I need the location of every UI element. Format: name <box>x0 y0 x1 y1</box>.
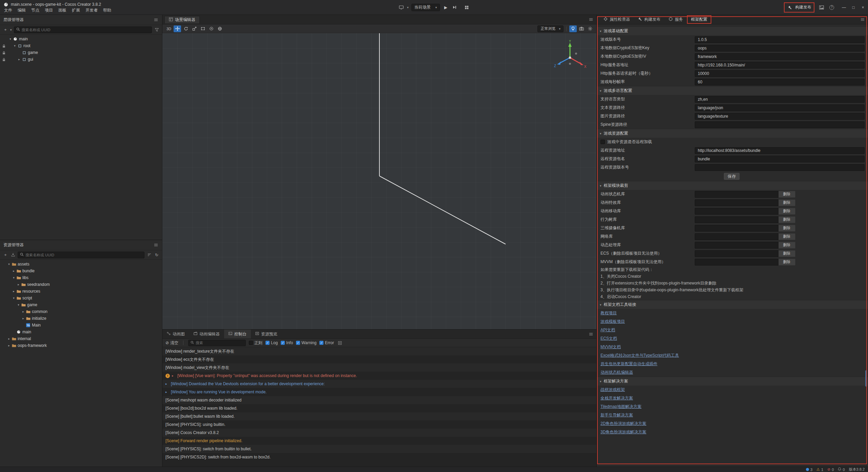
module-value-field[interactable] <box>695 250 778 257</box>
scrollbar-thumb[interactable] <box>865 370 867 387</box>
step-frame-button[interactable] <box>452 4 458 11</box>
log-row-6[interactable]: [Scene] meshopt wasm decoder initialized <box>162 396 596 404</box>
section-header-1[interactable]: ▾游戏多语言配置 <box>597 86 868 95</box>
module-value-field[interactable] <box>695 225 778 232</box>
tree-item-main[interactable]: ▾main <box>0 36 162 42</box>
collapse-log-icon[interactable] <box>337 340 342 346</box>
expand-arrow-icon[interactable]: ▸ <box>172 374 175 377</box>
remote-load-checkbox[interactable]: 游戏中资源是否远程加载 <box>597 138 868 146</box>
tree-item-Main[interactable]: TSMain <box>0 322 162 329</box>
build-publish-button[interactable]: 构建发布 <box>785 3 814 12</box>
menu-item-7[interactable]: 帮助 <box>100 6 114 14</box>
doc-link[interactable]: 新手引导解决方案 <box>600 412 633 418</box>
tree-item-libs[interactable]: ▾libs <box>0 274 162 281</box>
maximize-button[interactable]: □ <box>851 5 856 10</box>
console-search-input[interactable] <box>196 341 243 345</box>
module-value-field[interactable] <box>695 216 778 223</box>
console-tab-0[interactable]: 资源预览 <box>251 330 282 338</box>
console-tab-1[interactable]: 控制台 <box>224 330 251 338</box>
console-tab-2[interactable]: 动画编辑器 <box>189 330 224 338</box>
expand-arrow-icon[interactable]: ▾ <box>16 303 21 307</box>
log-row-12[interactable]: [Scene] [PHYSICS]: switch from builtin t… <box>162 445 596 453</box>
expand-arrow-icon[interactable]: ▾ <box>13 44 17 47</box>
delete-button[interactable]: 删除 <box>778 191 795 198</box>
minimize-button[interactable]: — <box>842 5 846 10</box>
section-header-0[interactable]: ▾游戏基础配置 <box>597 26 868 35</box>
tree-item-script[interactable]: ▾script <box>0 295 162 301</box>
doc-link[interactable]: 游戏模板项目 <box>600 319 625 324</box>
warning-count[interactable]: ⚠ 1 <box>816 467 823 472</box>
delete-button[interactable]: 删除 <box>778 259 795 266</box>
doc-link[interactable]: MVVM文档 <box>600 344 621 350</box>
log-row-11[interactable]: [Scene] Forward render pipeline initiali… <box>162 437 596 445</box>
clear-console-button[interactable]: ⊘ 清空 <box>165 340 178 346</box>
camera-settings-button[interactable] <box>578 25 585 32</box>
expand-arrow-icon[interactable]: ▸ <box>165 382 169 386</box>
import-asset-icon[interactable] <box>10 252 16 258</box>
expand-arrow-icon[interactable]: ▾ <box>8 37 13 41</box>
panel-menu-icon[interactable] <box>153 242 159 248</box>
add-asset-button[interactable]: ＋ <box>3 252 8 258</box>
field-input-Http服务器请求超时（毫秒）[interactable] <box>695 70 865 77</box>
log-row-5[interactable]: ▸[Window] You are running Vue in develop… <box>162 388 596 396</box>
doc-link[interactable]: 全栈开发解决方案 <box>600 395 633 401</box>
section-header-3[interactable]: ▾框架模块裁剪 <box>597 181 868 190</box>
menu-item-1[interactable]: 编辑 <box>15 6 28 14</box>
delete-button[interactable]: 删除 <box>778 208 795 215</box>
filter-log-checkbox[interactable]: ✓Log <box>265 340 278 345</box>
tree-item-initialize[interactable]: ▸initialize <box>0 315 162 322</box>
expand-arrow-icon[interactable]: ▸ <box>12 269 16 273</box>
doc-link[interactable]: 2D角色扮演游戏解决方案 <box>600 421 646 427</box>
inspector-tab-0[interactable]: 属性检查器 <box>600 16 633 23</box>
expand-arrow-icon[interactable]: ▾ <box>12 276 16 279</box>
field-input-Spine资源路径[interactable] <box>695 121 865 128</box>
field-input-图片资源路径[interactable] <box>695 113 865 120</box>
delete-button[interactable]: 删除 <box>778 216 795 223</box>
info-count[interactable]: 3 <box>806 468 812 472</box>
field-input-远程资源地址[interactable] <box>695 147 865 154</box>
delete-button[interactable]: 删除 <box>778 225 795 232</box>
log-row-9[interactable]: [Scene] [PHYSICS]: using builtin. <box>162 420 596 429</box>
expand-arrow-icon[interactable]: ▸ <box>12 290 16 293</box>
log-row-1[interactable]: [Window] ecs文件夹不存在 <box>162 355 596 363</box>
module-value-field[interactable] <box>695 233 778 240</box>
console-tab-3[interactable]: 动画图 <box>162 330 189 338</box>
panel-menu-icon[interactable] <box>860 17 865 23</box>
module-value-field[interactable] <box>695 199 778 206</box>
tab-scene-editor[interactable]: 场景编辑器 <box>164 16 200 23</box>
expand-arrow-icon[interactable]: ▸ <box>21 317 25 320</box>
tree-item-assets[interactable]: ▾assets <box>0 261 162 268</box>
expand-arrow-icon[interactable]: ▸ <box>165 390 169 394</box>
expand-arrow-icon[interactable]: ▾ <box>7 262 11 266</box>
preview-device-icon[interactable] <box>398 4 404 11</box>
module-value-field[interactable] <box>695 208 778 215</box>
module-value-field[interactable] <box>695 242 778 249</box>
view-mode-dropdown[interactable]: 正常浏览 ▾ <box>537 25 564 32</box>
doc-link[interactable]: ECS文档 <box>600 336 617 341</box>
log-row-8[interactable]: [Scene] [bullet]:bullet wasm lib loaded. <box>162 412 596 420</box>
log-row-3[interactable]: !▸[Window] [Vue warn]: Property "onInput… <box>162 372 596 380</box>
layout-grid-icon[interactable] <box>464 4 470 11</box>
inspector-tab-1[interactable]: 构建发布 <box>635 16 664 23</box>
section-header-5[interactable]: ▾框架解决方案 <box>597 377 868 386</box>
tree-item-main[interactable]: main <box>0 329 162 335</box>
tree-item-game[interactable]: ▾game <box>0 301 162 308</box>
add-node-button[interactable]: ＋ <box>3 27 8 33</box>
tree-item-oops-framework[interactable]: ▸oops-framework <box>0 342 162 349</box>
mode-3d-button[interactable]: 3D <box>165 25 173 32</box>
notification-count[interactable]: 0 <box>838 467 845 472</box>
delete-button[interactable]: 删除 <box>778 242 795 249</box>
scale-tool-button[interactable] <box>191 25 198 32</box>
field-input-游戏每秒帧率[interactable] <box>695 79 865 85</box>
doc-link[interactable]: Tiledmap地图解决方案 <box>600 404 642 410</box>
log-row-4[interactable]: ▸[Window] Download the Vue Devtools exte… <box>162 380 596 388</box>
expand-arrow-icon[interactable]: ▸ <box>17 58 21 61</box>
menu-item-0[interactable]: 文件 <box>1 6 15 14</box>
scene-viewport[interactable]: Y X Z <box>162 33 596 329</box>
play-button[interactable]: ▶ <box>443 4 449 11</box>
filter-warning-checkbox[interactable]: ✓Warning <box>296 340 316 345</box>
filter-icon[interactable] <box>154 27 159 33</box>
doc-link[interactable]: Excel格式转Json文件与TypeScript代码工具 <box>600 353 679 358</box>
expand-arrow-icon[interactable]: ▸ <box>16 283 21 286</box>
field-input-远程资源包名[interactable] <box>695 156 865 162</box>
